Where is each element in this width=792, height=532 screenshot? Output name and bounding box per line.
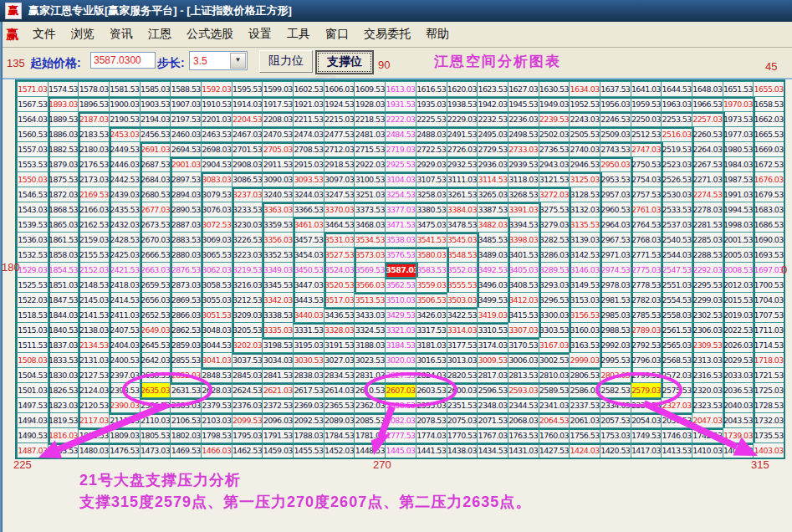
gann-cell: 1868.53 — [48, 202, 79, 217]
gann-cell: 3160.03 — [569, 322, 600, 337]
gann-cell: 3058.53 — [201, 277, 232, 292]
gann-cell: 1452.03 — [324, 442, 355, 458]
gann-cell: 2474.03 — [293, 126, 324, 141]
gann-cell: 3139.03 — [569, 232, 600, 247]
gann-cell: 2155.53 — [78, 247, 109, 262]
resistance-button[interactable]: 阻力位 — [259, 50, 313, 73]
gann-cell: 3380.53 — [416, 202, 447, 217]
step-label: 步长: — [157, 56, 185, 71]
gann-cell: 2803.03 — [600, 367, 631, 382]
gann-cell: 3286.03 — [539, 247, 570, 262]
degree-label-135: 135 — [7, 57, 25, 69]
gann-cell: 3167.03 — [539, 337, 570, 352]
gann-cell: 3454.03 — [293, 247, 324, 262]
menu-item-5[interactable]: 公式选股 — [179, 23, 241, 45]
menu-item-1[interactable]: 文件 — [25, 23, 64, 45]
gann-cell: 1931.53 — [385, 96, 416, 111]
gann-cell: 2337.53 — [569, 397, 600, 412]
gann-cell: 1987.53 — [723, 171, 754, 187]
gann-cell: 1711.03 — [753, 322, 784, 337]
gann-cell: 2817.03 — [477, 367, 508, 382]
gann-cell: 2005.03 — [723, 247, 754, 262]
gann-cell: 2288.53 — [692, 247, 723, 262]
gann-cell: 2663.03 — [140, 262, 171, 277]
gann-cell: 1735.53 — [753, 427, 784, 442]
gann-cell: 2127.53 — [78, 367, 109, 382]
gann-cell: 2204.53 — [232, 111, 263, 126]
gann-cell: 3352.53 — [262, 247, 293, 262]
gann-cell: 2558.03 — [661, 307, 692, 322]
gann-cell: 3037.53 — [232, 352, 263, 367]
gann-cell: 2239.53 — [539, 111, 570, 126]
gann-cell: 2222.03 — [385, 111, 416, 126]
gann-cell: 2106.53 — [170, 412, 201, 427]
gann-cell: 3251.03 — [354, 187, 385, 202]
gann-cell: 3205.53 — [232, 322, 263, 337]
gann-cell: 2659.53 — [140, 277, 171, 292]
gann-cell: 2922.03 — [354, 156, 385, 171]
gann-cell: 1637.53 — [600, 81, 631, 96]
menu-item-2[interactable]: 浏览 — [64, 23, 102, 45]
gann-cell: 1690.03 — [753, 232, 784, 247]
gann-cell: 2824.03 — [416, 367, 447, 382]
gann-cell: 2124.03 — [78, 382, 109, 397]
gann-cell: 2166.03 — [78, 202, 109, 217]
gann-cell: 2421.53 — [109, 262, 140, 277]
gann-cell: 1462.53 — [232, 442, 263, 458]
gann-cell: 3230.03 — [232, 217, 263, 232]
gann-cell: 2012.03 — [723, 277, 754, 292]
gann-cell: 2323.53 — [692, 397, 723, 412]
gann-cell: 1546.53 — [17, 187, 48, 202]
gann-cell: 3233.53 — [232, 202, 263, 217]
gann-cell: 3398.03 — [508, 232, 539, 247]
gann-cell: 1823.03 — [48, 397, 79, 412]
gann-cell: 1473.03 — [140, 442, 171, 458]
menu-item-9[interactable]: 交易委托 — [356, 23, 418, 45]
gann-cell: 3247.53 — [324, 187, 355, 202]
gann-cell: 2152.03 — [78, 262, 109, 277]
gann-cell: 2134.53 — [78, 337, 109, 352]
gann-cell: 1641.03 — [631, 81, 662, 96]
gann-cell: 2908.03 — [232, 156, 263, 171]
gann-cell: 2414.53 — [109, 292, 140, 307]
gann-cell: 2775.03 — [631, 262, 662, 277]
gann-cell: 3086.53 — [232, 171, 263, 187]
gann-cell: 3324.53 — [354, 322, 385, 337]
title-bar[interactable]: 赢 赢家江恩专业版[赢家服务平台] - [上证指数价格正方形] — [0, 0, 792, 22]
gann-cell: 1728.53 — [753, 397, 784, 412]
gann-cell: 3146.03 — [569, 262, 600, 277]
menu-item-8[interactable]: 窗口 — [318, 23, 356, 45]
gann-cell: 1837.03 — [48, 337, 79, 352]
gann-cell: 1522.03 — [17, 292, 48, 307]
gann-cell: 2281.53 — [692, 217, 723, 232]
step-dropdown[interactable]: 3.5 ▼ — [189, 51, 248, 70]
gann-cell: 3027.03 — [324, 352, 355, 367]
menu-item-4[interactable]: 江恩 — [141, 23, 179, 45]
gann-cell: 2887.03 — [170, 217, 201, 232]
gann-cell: 3482.03 — [477, 217, 508, 232]
gann-cell: 2827.53 — [385, 367, 416, 382]
gann-cell: 3419.03 — [477, 307, 508, 322]
degree-label-45: 45 — [765, 60, 777, 73]
menu-item-10[interactable]: 帮助 — [418, 23, 457, 45]
gann-cell: 3335.03 — [262, 322, 293, 337]
chevron-down-icon[interactable]: ▼ — [230, 53, 246, 69]
gann-cell: 3580.03 — [416, 247, 447, 262]
gann-cell: 2761.03 — [631, 202, 662, 217]
gann-cell: 2341.03 — [539, 397, 570, 412]
menu-item-7[interactable]: 工具 — [279, 23, 318, 45]
gann-cell: 3002.53 — [539, 352, 570, 367]
gann-cell: 1630.53 — [539, 81, 570, 96]
gann-cell: 2330.53 — [631, 397, 662, 412]
support-button[interactable]: 支撑位 — [315, 50, 374, 74]
menu-item-6[interactable]: 设置 — [241, 23, 279, 45]
gann-cell: 3093.53 — [293, 171, 324, 187]
gann-cell: 2677.03 — [140, 202, 171, 217]
gann-cell: 1420.53 — [600, 442, 631, 458]
gann-cell: 3104.03 — [385, 171, 416, 187]
gann-cell: 2726.03 — [447, 141, 478, 156]
gann-cell: 2243.03 — [569, 111, 600, 126]
gann-cell: 1459.03 — [262, 442, 293, 458]
start-price-input[interactable] — [90, 52, 156, 69]
menu-item-3[interactable]: 资讯 — [102, 23, 141, 45]
